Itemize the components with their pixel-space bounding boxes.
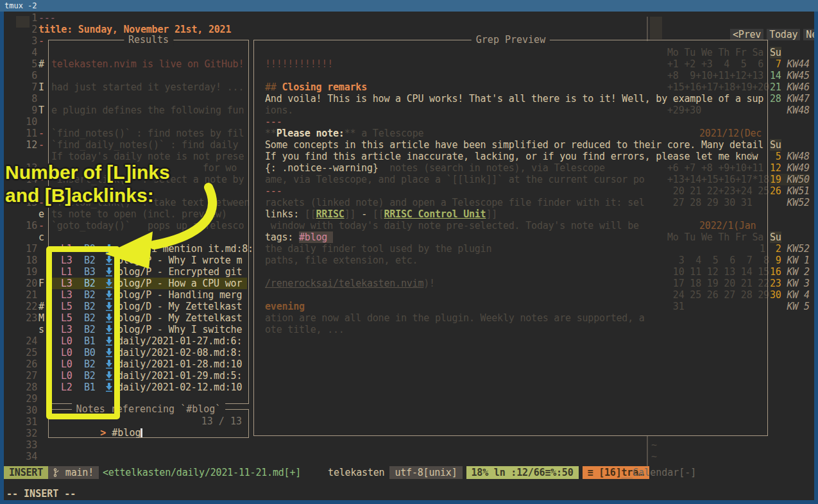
result-text: blog/P - Encrypted git [117, 266, 242, 278]
line-number: 5 [15, 58, 37, 70]
line-number: 3 [15, 35, 37, 47]
line-number: 16 [15, 220, 37, 231]
line-number: 10 [15, 116, 37, 128]
line-number: 21 [15, 289, 37, 301]
line-number: 11 [15, 128, 37, 139]
result-text: daily/2021-01-27.md:6: [117, 335, 242, 347]
calendar-today-button[interactable]: Today [767, 29, 800, 40]
line-number: 31 [15, 416, 37, 428]
calendar-week-sunday: 14 KW45 [770, 70, 810, 81]
statusline-segment-path: <ettelkasten/daily/2021-11-21.md[+] [99, 466, 305, 479]
line-number: 23 [15, 312, 37, 324]
scrollbar-thumb[interactable] [650, 17, 662, 39]
window-separator [647, 436, 648, 466]
result-text: i mention it.md:8: [117, 243, 253, 255]
buffer-line: I [38, 81, 44, 93]
result-text: blog/D - My Zettelkast [117, 312, 242, 324]
line-number: 27 [15, 370, 37, 382]
calendar-next-button[interactable]: Next> [803, 29, 814, 40]
calendar-week-sunday: 2 KW52 [770, 243, 810, 255]
line-number: 34 [15, 451, 37, 462]
result-text: daily/2021-02-08.md:8: [117, 347, 242, 358]
empty-buffer-tilde: ~ [651, 451, 657, 462]
statusline-segment-meta: utf-8[unix] [389, 466, 462, 479]
line-number [15, 324, 37, 335]
mode-message: -- INSERT -- [6, 487, 76, 500]
buffer-line: # [38, 301, 44, 312]
calendar-week-sunday: KW52 [770, 197, 810, 208]
line-number [15, 208, 37, 220]
terminal-window: tmux -2 <PrevTodayNext> 1234567891011121… [0, 0, 818, 504]
result-text: daily/2021-02-12.md:10 [117, 382, 242, 393]
line-number: 25 [15, 347, 37, 358]
text-cursor [141, 428, 142, 437]
grep-preview-title: Grep Preview [472, 34, 550, 46]
line-number: 12 [15, 139, 37, 151]
buffer-line: c [38, 231, 44, 243]
statusline-segment-meta: main! [48, 466, 99, 479]
line-number: 1 [15, 12, 37, 24]
buffer-line: --- [38, 12, 56, 24]
result-text: daily/2021-01-29.md:5: [117, 370, 242, 382]
line-number: 26 [15, 358, 37, 370]
titlebar[interactable]: tmux -2 [0, 0, 818, 12]
calendar-week-sunday: 28 KW47 [770, 93, 810, 105]
statusline-segment-mode: INSERT [4, 466, 48, 479]
statusline-segment-label: <ettelkasten/daily/2021-11-21.md[+] [103, 467, 301, 478]
calendar-week-sunday: 5 KW48 [770, 151, 810, 162]
prompt-caret-symbol: > [100, 427, 106, 439]
buffer-line: - [38, 35, 44, 47]
terminal-content: <PrevTodayNext> 123456789101112131415161… [4, 12, 814, 500]
buffer-line: T [38, 105, 44, 116]
line-number: 18 [15, 255, 37, 266]
line-number: 7 [15, 81, 37, 93]
calendar-week-sunday: 23 KW 3 [770, 278, 810, 289]
result-text: blog/D - My Zettelkast [117, 301, 242, 312]
line-number: 30 [15, 405, 37, 416]
line-number: 32 [15, 428, 37, 439]
git-branch-icon [53, 467, 65, 478]
calendar-week-sunday: KW 5 [770, 301, 810, 312]
results-window-title: Results [124, 34, 173, 46]
annotation-text: Number of [L]inks and [B]acklinks: [5, 161, 170, 207]
line-number: 19 [15, 266, 37, 278]
line-number: 2 [15, 24, 37, 35]
calendar-week-sunday: 21 KW46 [770, 81, 810, 93]
window-separator [647, 17, 648, 41]
calendar-statusline: __Calendar[-] [621, 466, 696, 479]
calendar-sunday-header: Su [770, 231, 781, 243]
prompt-query: #blog [112, 427, 141, 439]
calendar-week-sunday: 30 KW 4 [770, 289, 810, 301]
line-number: 20 [15, 278, 37, 289]
calendar-week-sunday: 9 KW 1 [770, 255, 810, 266]
annotation-line-1: Number of [L]inks [5, 161, 170, 184]
calendar-week-sunday: 26 KW51 [770, 185, 810, 197]
calendar-sunday-header: Su [770, 47, 781, 58]
calendar-week-sunday: 16 KW 2 [770, 266, 810, 278]
buffer-line: e [38, 208, 44, 220]
statusline-segment-label: 18% ln :12/66≡%:50 [472, 467, 574, 478]
line-number: 29 [15, 393, 37, 405]
statusline-segment-progress: 18% ln :12/66≡%:50 [466, 466, 579, 479]
calendar-sunday-header: Su [770, 139, 781, 151]
statusline-segment-label: telekasten [328, 467, 384, 478]
titlebar-title: tmux -2 [4, 1, 37, 10]
result-text: blog/P - How a CPU wor [117, 278, 242, 289]
line-number: 9 [15, 105, 37, 116]
calendar-week-sunday: KW48 [770, 105, 810, 116]
result-text: daily/2021-01-28.md:10 [117, 358, 242, 370]
annotation-line-2: and [B]acklinks: [5, 184, 170, 207]
prompt-input[interactable]: > #blog [54, 416, 142, 450]
buffer-line: - [38, 128, 44, 139]
line-number: 6 [15, 70, 37, 81]
line-number: 22 [15, 301, 37, 312]
result-text: blog/P - Handling merg [117, 289, 242, 301]
calendar-prev-button[interactable]: <Prev [730, 29, 763, 40]
line-number: 4 [15, 47, 37, 58]
empty-buffer-tilde: ~ [651, 439, 657, 451]
calendar-nav: <PrevTodayNext> [696, 17, 814, 29]
statusline-segment-label: main! [65, 467, 94, 478]
statusline-segment-label: INSERT [9, 467, 43, 478]
calendar-week-sunday: 19 KW50 [770, 174, 810, 185]
buffer-line: M [38, 312, 44, 324]
